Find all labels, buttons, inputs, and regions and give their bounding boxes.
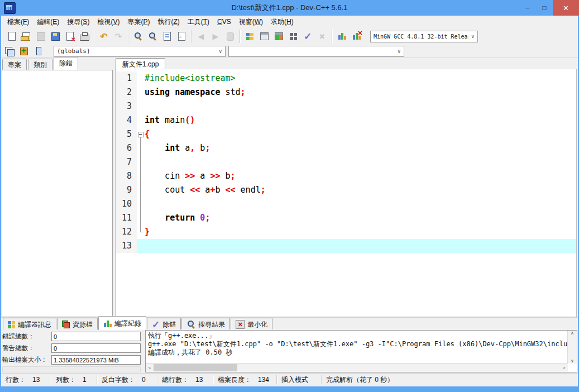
- print-button[interactable]: [77, 30, 92, 43]
- code-line-2[interactable]: 2using namespace std;: [116, 85, 576, 99]
- code-line-4[interactable]: 4int main(): [116, 113, 576, 127]
- code-token: ;: [241, 87, 246, 97]
- gutter-line-number[interactable]: 7: [116, 155, 137, 169]
- left-panel-body[interactable]: [2, 70, 113, 317]
- add-file-button[interactable]: [17, 45, 31, 58]
- bottom-tab-compiler-messages[interactable]: 編譯器訊息: [3, 318, 56, 330]
- code-line-12[interactable]: 12}: [116, 225, 576, 239]
- compiler-select[interactable]: MinGW GCC 4.8.1 32-bit Release ∨: [370, 31, 478, 42]
- editor-panel: 新文件1.cpp 1#include<iostream>2using names…: [115, 58, 577, 317]
- code-token: cin: [145, 171, 185, 181]
- code-line-11[interactable]: 11 return 0;: [116, 211, 576, 225]
- menu-item-1[interactable]: 編輯(E): [33, 16, 63, 28]
- bottom-tab-resources[interactable]: 資源檔: [57, 318, 98, 330]
- menu-item-3[interactable]: 檢視(V): [93, 16, 123, 28]
- profile-button[interactable]: [334, 30, 349, 43]
- redo-button: [111, 30, 126, 43]
- log-horizontal-scrollbar[interactable]: < >: [146, 363, 568, 372]
- code-line-1[interactable]: 1#include<iostream>: [116, 71, 576, 85]
- scrollbar-thumb[interactable]: [154, 364, 237, 371]
- code-line-7[interactable]: 7: [116, 155, 576, 169]
- title-bar: D:\test\新文件1.cpp - Dev-C++ 5.6.1 – □ ✕: [0, 0, 579, 16]
- new-unit-button[interactable]: [2, 45, 17, 58]
- code-token: [145, 213, 165, 223]
- code-line-3[interactable]: 3: [116, 99, 576, 113]
- left-panel-tab-2[interactable]: 除錯: [54, 57, 78, 70]
- code-line-8[interactable]: 8 cin >> a >> b;: [116, 169, 576, 183]
- scroll-down-icon[interactable]: ∨: [571, 358, 574, 364]
- stat-value-field[interactable]: [51, 355, 141, 365]
- scroll-left-icon[interactable]: <: [146, 365, 154, 370]
- scroll-up-icon[interactable]: ∧: [571, 331, 574, 336]
- menu-item-2[interactable]: 搜尋(S): [63, 16, 93, 28]
- nav-forward-button: [208, 30, 223, 43]
- gutter-line-number[interactable]: 3: [116, 99, 137, 113]
- find-next-button[interactable]: [145, 30, 160, 43]
- gutter-line-number[interactable]: 8: [116, 169, 137, 183]
- code-line-9[interactable]: 9 cout << a+b << endl;: [116, 183, 576, 197]
- menu-item-4[interactable]: 專案(P): [123, 16, 154, 28]
- code-token: ;: [261, 185, 266, 195]
- save-all-button[interactable]: [48, 30, 63, 43]
- code-editor[interactable]: 1#include<iostream>2using namespace std;…: [115, 69, 577, 317]
- remove-file-button[interactable]: [31, 45, 46, 58]
- log-vertical-scrollbar[interactable]: ∧ ∨: [567, 331, 577, 364]
- code-token: int: [165, 143, 180, 153]
- close-button[interactable]: ✕: [553, 0, 579, 16]
- bottom-tab-minimize[interactable]: 最小化: [231, 318, 272, 330]
- replace-button[interactable]: [160, 30, 174, 43]
- code-line-13[interactable]: 13: [116, 239, 576, 253]
- stat-value-field[interactable]: [51, 343, 141, 353]
- abort-icon: [319, 32, 326, 41]
- scroll-right-icon[interactable]: >: [560, 365, 568, 370]
- gutter-line-number[interactable]: 10: [116, 197, 137, 211]
- bottom-tab-debug[interactable]: 除錯: [147, 318, 181, 330]
- gutter-line-number[interactable]: 11: [116, 211, 137, 225]
- globals-select[interactable]: (globals) ∨: [54, 46, 226, 57]
- gutter-line-number[interactable]: 6: [116, 141, 137, 155]
- left-panel-tab-1[interactable]: 類別: [28, 59, 52, 70]
- menu-item-5[interactable]: 執行(Z): [154, 16, 183, 28]
- new-file-button[interactable]: [4, 30, 19, 43]
- member-select[interactable]: ∨: [228, 46, 404, 57]
- menu-item-8[interactable]: 視窗(W): [235, 16, 267, 28]
- compile-run-button[interactable]: [271, 30, 286, 43]
- syntax-check-button[interactable]: [300, 30, 315, 43]
- find-button[interactable]: [131, 30, 145, 43]
- status-item-0: 行數：13: [1, 375, 51, 384]
- gutter-line-number[interactable]: 1: [116, 71, 137, 85]
- bottom-tab-search-results[interactable]: 搜尋結果: [181, 318, 230, 330]
- code-line-5[interactable]: 5{: [116, 127, 576, 141]
- gutter-line-number[interactable]: 5: [116, 127, 137, 141]
- left-panel-tab-0[interactable]: 專案: [2, 59, 27, 70]
- rebuild-button[interactable]: [286, 30, 300, 43]
- profile-delete-button[interactable]: [349, 30, 363, 43]
- menu-item-6[interactable]: 工具(T): [184, 16, 213, 28]
- new-file-icon: [8, 32, 16, 41]
- close-file-button[interactable]: [63, 30, 77, 43]
- menu-item-0[interactable]: 檔案(F): [3, 16, 33, 28]
- bottom-tab-compile-log[interactable]: 編譯紀錄: [98, 316, 146, 330]
- goto-line-button[interactable]: [174, 30, 189, 43]
- run-button[interactable]: [257, 30, 271, 43]
- code-line-10[interactable]: 10: [116, 197, 576, 211]
- gutter-line-number[interactable]: 12: [116, 225, 137, 239]
- menu-item-9[interactable]: 求助(H): [267, 16, 298, 28]
- toolbar-group-2: [128, 30, 191, 43]
- stat-value-field[interactable]: [51, 332, 141, 341]
- gutter-line-number[interactable]: 13: [116, 239, 137, 253]
- maximize-button[interactable]: □: [536, 0, 553, 16]
- open-button[interactable]: [19, 30, 34, 43]
- debug-icon: [152, 319, 160, 331]
- minimize-button[interactable]: –: [519, 0, 536, 16]
- gutter-line-number[interactable]: 4: [116, 113, 137, 127]
- status-value: 0: [142, 376, 146, 384]
- editor-tab-file[interactable]: 新文件1.cpp: [116, 58, 165, 70]
- code-line-6[interactable]: 6 int a, b;: [116, 141, 576, 155]
- gutter-line-number[interactable]: 2: [116, 85, 137, 99]
- fold-toggle-icon[interactable]: [137, 127, 145, 141]
- undo-button[interactable]: [97, 30, 111, 43]
- compile-button[interactable]: [242, 30, 257, 43]
- menu-item-7[interactable]: CVS: [213, 16, 235, 27]
- gutter-line-number[interactable]: 9: [116, 183, 137, 197]
